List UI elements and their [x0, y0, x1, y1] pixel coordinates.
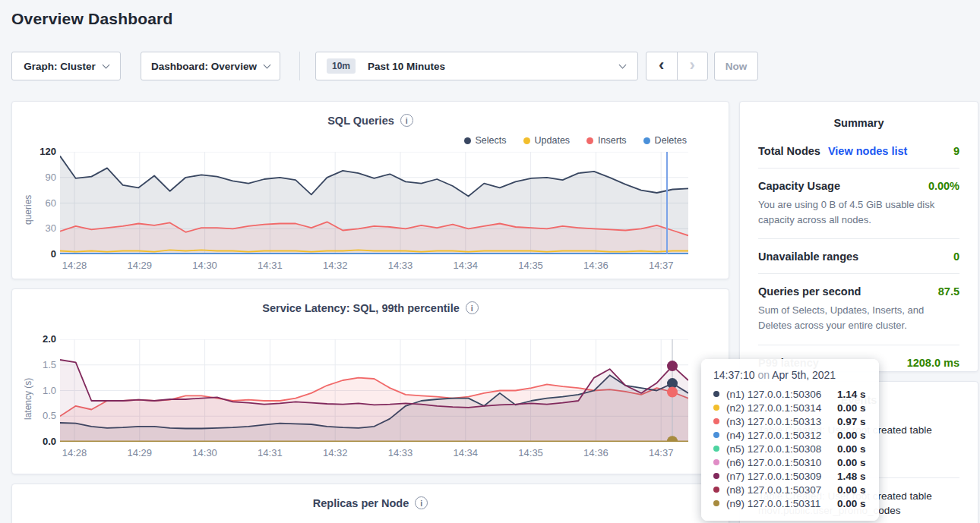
- time-now-button[interactable]: Now: [714, 52, 758, 80]
- x-axis-tick: 14:31: [251, 260, 288, 271]
- tooltip-node-address: (n3) 127.0.0.1:50313: [726, 416, 837, 427]
- time-range-label: Past 10 Minutes: [368, 61, 445, 72]
- legend-label: Inserts: [598, 135, 627, 146]
- summary-row: Unavailable ranges0: [758, 239, 959, 274]
- summary-metric-description: Sum of Selects, Updates, Inserts, and De…: [758, 303, 959, 333]
- sql-queries-chart-title: SQL Queries: [327, 115, 394, 127]
- tooltip-node-address: (n6) 127.0.0.1:50310: [726, 457, 837, 468]
- summary-metric-value: 9: [953, 145, 959, 157]
- legend-item-deletes[interactable]: Deletes: [643, 135, 687, 146]
- summary-row: Queries per second87.5Sum of Selects, Up…: [758, 274, 959, 345]
- sql-queries-plot[interactable]: [60, 152, 688, 254]
- service-latency-plot[interactable]: [60, 339, 688, 442]
- series-dot-icon: [713, 473, 719, 479]
- info-icon[interactable]: i: [466, 301, 479, 314]
- tooltip-node-row: (n1) 127.0.0.1:503061.14 s: [713, 387, 867, 401]
- x-axis-tick: 14:33: [382, 447, 419, 458]
- info-icon[interactable]: i: [415, 496, 428, 509]
- time-range-dropdown[interactable]: 10m Past 10 Minutes: [315, 52, 638, 80]
- y-axis-tick: 2.0: [24, 333, 56, 345]
- legend-item-selects[interactable]: Selects: [464, 135, 507, 146]
- summary-metric-label: Queries per second: [758, 285, 861, 298]
- x-axis-tick: 14:33: [382, 260, 419, 271]
- x-axis-tick: 14:36: [577, 260, 614, 271]
- summary-metric-label: Capacity Usage: [758, 180, 840, 192]
- tooltip-node-address: (n7) 127.0.0.1:50309: [726, 471, 837, 482]
- series-dot-icon: [713, 418, 719, 424]
- summary-row: Total NodesView nodes list9: [758, 134, 959, 169]
- summary-metric-value: 1208.0 ms: [907, 357, 959, 369]
- tooltip-node-row: (n5) 127.0.0.1:503080.00 s: [713, 442, 867, 455]
- tooltip-node-address: (n4) 127.0.0.1:50312: [726, 430, 837, 441]
- tooltip-node-row: (n3) 127.0.0.1:503130.97 s: [713, 414, 867, 428]
- sql-queries-legend: SelectsUpdatesInsertsDeletes: [464, 135, 687, 146]
- y-axis-tick: 90: [24, 172, 56, 183]
- chevron-down-icon: [263, 61, 270, 68]
- tooltip-node-value: 0.00 s: [837, 484, 866, 496]
- x-axis-tick: 14:28: [56, 260, 93, 271]
- y-axis-tick: 120: [24, 146, 56, 157]
- legend-item-inserts[interactable]: Inserts: [586, 135, 627, 146]
- summary-row: Capacity Usage0.00%You are using 0 B of …: [758, 169, 959, 239]
- series-dot-icon: [713, 391, 719, 397]
- summary-panel: Summary Total NodesView nodes list9Capac…: [739, 101, 978, 372]
- summary-metric-value: 0.00%: [928, 180, 959, 192]
- tooltip-node-address: (n1) 127.0.0.1:50306: [726, 389, 837, 400]
- y-axis-tick: 0.0: [24, 436, 56, 447]
- x-axis-tick: 14:37: [643, 260, 679, 271]
- tooltip-node-address: (n5) 127.0.0.1:50308: [726, 443, 837, 455]
- summary-metric-value: 0: [953, 250, 959, 263]
- legend-label: Selects: [476, 135, 507, 146]
- tooltip-node-address: (n8) 127.0.0.1:50307: [726, 484, 837, 496]
- tooltip-node-row: (n8) 127.0.0.1:503070.00 s: [713, 483, 867, 496]
- y-axis-tick: 30: [24, 222, 56, 234]
- tooltip-node-value: 0.00 s: [837, 457, 866, 468]
- x-axis-tick: 14:30: [187, 447, 223, 458]
- view-nodes-list-link[interactable]: View nodes list: [828, 145, 908, 157]
- dashboard-dropdown-label: Dashboard: Overview: [151, 61, 257, 72]
- service-latency-chart-card: Service Latency: SQL, 99th percentile i …: [11, 288, 729, 474]
- x-axis-tick: 14:32: [317, 260, 353, 271]
- time-range-badge: 10m: [327, 58, 356, 74]
- x-axis-tick: 14:29: [122, 447, 158, 458]
- legend-label: Deletes: [655, 135, 687, 146]
- tooltip-timestamp: 14:37:10 on Apr 5th, 2021: [713, 369, 867, 381]
- summary-metric-value: 87.5: [938, 285, 959, 298]
- page-title: Overview Dashboard: [11, 10, 173, 28]
- x-axis-tick: 14:35: [513, 447, 549, 458]
- series-dot-icon: [713, 432, 719, 438]
- series-dot-icon: [713, 500, 719, 506]
- tooltip-node-address: (n9) 127.0.0.1:50311: [726, 498, 837, 509]
- x-axis-tick: 14:37: [643, 447, 679, 458]
- summary-row-header: Unavailable ranges0: [758, 250, 959, 263]
- series-dot-icon: [713, 487, 719, 493]
- y-axis-tick: 60: [24, 197, 56, 209]
- dashboard-dropdown[interactable]: Dashboard: Overview: [141, 52, 280, 80]
- replicas-chart-card: Replicas per Node i: [11, 484, 729, 523]
- x-axis-tick: 14:31: [251, 447, 288, 458]
- graph-dropdown[interactable]: Graph: Cluster: [11, 52, 121, 80]
- chart-hover-tooltip: 14:37:10 on Apr 5th, 2021 (n1) 127.0.0.1…: [701, 359, 879, 521]
- summary-panel-title: Summary: [740, 102, 978, 129]
- series-dot-icon: [713, 405, 719, 411]
- legend-label: Updates: [535, 135, 571, 146]
- x-axis-tick: 14:30: [187, 260, 223, 271]
- summary-metric-description: You are using 0 B of 4.5 GiB usable disk…: [758, 197, 959, 228]
- tooltip-node-row: (n2) 127.0.0.1:503140.00 s: [713, 401, 867, 414]
- sql-queries-chart-card: SQL Queries i SelectsUpdatesInsertsDelet…: [11, 101, 729, 279]
- legend-dot-icon: [643, 137, 650, 144]
- info-icon[interactable]: i: [400, 114, 413, 127]
- time-next-button[interactable]: ›: [678, 52, 708, 80]
- tooltip-node-row: (n4) 127.0.0.1:503120.00 s: [713, 428, 867, 442]
- time-prev-button[interactable]: ‹: [646, 52, 678, 80]
- x-axis-tick: 14:36: [577, 447, 614, 458]
- x-axis-tick: 14:35: [513, 260, 549, 271]
- y-axis-tick: 0: [24, 248, 56, 260]
- x-axis-tick: 14:28: [56, 447, 93, 458]
- legend-item-updates[interactable]: Updates: [523, 135, 571, 146]
- tooltip-node-value: 1.48 s: [837, 471, 866, 482]
- tooltip-node-row: (n6) 127.0.0.1:503100.00 s: [713, 455, 867, 469]
- summary-row-header: Queries per second87.5: [758, 285, 959, 298]
- y-axis-tick: 0.5: [24, 410, 56, 421]
- replicas-chart-title: Replicas per Node: [313, 497, 409, 509]
